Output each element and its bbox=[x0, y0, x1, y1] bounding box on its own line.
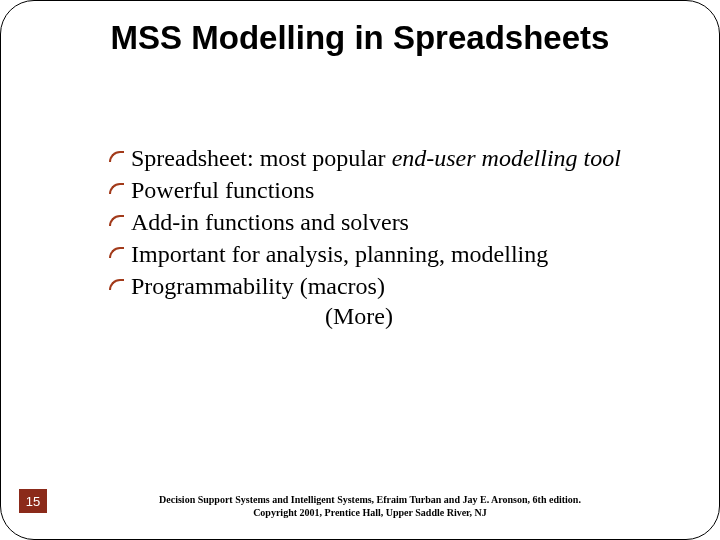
slide-frame: MSS Modelling in Spreadsheets Spreadshee… bbox=[0, 0, 720, 540]
bullet-list: Spreadsheet: most popular end-user model… bbox=[109, 143, 679, 330]
page-number: 15 bbox=[19, 489, 47, 513]
bullet-icon bbox=[109, 215, 131, 226]
list-item: Add-in functions and solvers bbox=[109, 207, 679, 237]
bullet-icon bbox=[109, 151, 131, 162]
text-plain: Important for analysis, planning, modell… bbox=[131, 241, 548, 267]
list-item: Programmability (macros) bbox=[109, 271, 679, 301]
list-item: Spreadsheet: most popular end-user model… bbox=[109, 143, 679, 173]
list-item-text: Programmability (macros) bbox=[131, 271, 679, 301]
more-indicator: (More) bbox=[39, 303, 679, 330]
text-plain: Programmability (macros) bbox=[131, 273, 385, 299]
footer-line: Decision Support Systems and Intelligent… bbox=[61, 494, 679, 507]
bullet-icon bbox=[109, 183, 131, 194]
text-plain: Spreadsheet: most popular bbox=[131, 145, 392, 171]
text-plain: Add-in functions and solvers bbox=[131, 209, 409, 235]
list-item-text: Powerful functions bbox=[131, 175, 679, 205]
list-item: Important for analysis, planning, modell… bbox=[109, 239, 679, 269]
bullet-icon bbox=[109, 279, 131, 290]
list-item-text: Spreadsheet: most popular end-user model… bbox=[131, 143, 679, 173]
text-plain: Powerful functions bbox=[131, 177, 314, 203]
list-item-text: Add-in functions and solvers bbox=[131, 207, 679, 237]
text-emphasis: end-user modelling tool bbox=[392, 145, 621, 171]
list-item-text: Important for analysis, planning, modell… bbox=[131, 239, 679, 269]
list-item: Powerful functions bbox=[109, 175, 679, 205]
bullet-icon bbox=[109, 247, 131, 258]
footer-line: Copyright 2001, Prentice Hall, Upper Sad… bbox=[61, 507, 679, 520]
footer: Decision Support Systems and Intelligent… bbox=[61, 494, 679, 519]
slide-title: MSS Modelling in Spreadsheets bbox=[100, 19, 620, 58]
